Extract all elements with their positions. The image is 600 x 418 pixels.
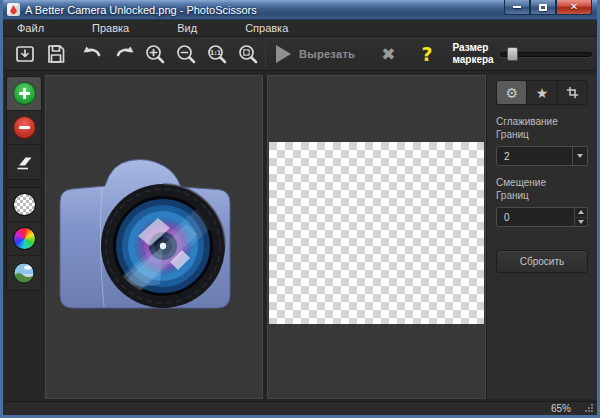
transparent-background-tool[interactable] [7,188,41,222]
zoom-fit-icon [236,42,260,66]
background-tool-group [6,187,42,291]
help-button[interactable]: ? [421,43,432,65]
toolbar: 1:1 Вырезать ✖ ? Размер маркера 60 [3,37,597,71]
offset-up-button[interactable] [575,208,587,218]
landscape-photo-icon [13,262,35,284]
panel-tabs: ⚙ ★ [496,80,588,105]
left-toolbox [3,75,45,399]
down-arrow-icon [578,220,584,224]
tab-settings[interactable]: ⚙ [497,81,527,104]
zoom-actual-size-icon: 1:1 [205,42,229,66]
smoothing-dropdown-button[interactable] [572,147,587,165]
zoom-actual-size-button[interactable]: 1:1 [201,40,232,68]
zoom-level: 65% [551,403,571,414]
zoom-out-button[interactable] [170,40,201,68]
image-background-tool[interactable] [7,256,41,290]
offset-label: Смещение Границ [496,177,566,202]
reset-button[interactable]: Сбросить [496,250,588,273]
zoom-in-button[interactable] [139,40,170,68]
cut-button[interactable]: Вырезать [270,40,365,68]
redo-button[interactable] [108,40,139,68]
dropdown-arrow-icon [577,154,583,158]
save-button[interactable] [40,40,71,68]
window-title: A Better Camera Unlocked.png - PhotoScis… [25,4,257,16]
titlebar[interactable]: A Better Camera Unlocked.png - PhotoScis… [0,0,600,20]
minimize-icon [513,6,521,8]
marker-tool-group [6,76,42,180]
menubar: Файл Правка Вид Справка [3,20,597,37]
offset-arrows [574,208,587,226]
star-icon: ★ [536,86,549,100]
camera-photo [58,158,232,323]
menu-help[interactable]: Справка [241,21,292,35]
tab-effects[interactable]: ★ [527,81,557,104]
color-background-tool[interactable] [7,222,41,256]
up-arrow-icon [578,210,584,214]
photoscissors-app-icon [7,3,20,16]
window-controls: ✕ [504,0,592,15]
source-canvas[interactable] [45,75,263,399]
clear-markers-button[interactable]: ✖ [381,44,395,64]
toolbar-separator [265,41,266,67]
add-marker-tool[interactable] [7,77,41,111]
reset-button-label: Сбросить [520,256,564,267]
app-window: A Better Camera Unlocked.png - PhotoScis… [0,0,600,418]
remove-marker-tool[interactable] [7,111,41,145]
menu-view[interactable]: Вид [173,21,201,35]
tab-crop[interactable] [558,81,587,104]
undo-button[interactable] [77,40,108,68]
save-icon [44,42,68,66]
run-icon [276,45,291,63]
marker-size-label: Размер маркера [452,42,493,65]
menu-file[interactable]: Файл [13,21,48,35]
close-button[interactable]: ✕ [556,0,592,15]
crop-icon [565,85,580,100]
smoothing-label: Сглаживание Границ [496,116,566,141]
marker-size-slider[interactable] [500,46,592,62]
smoothing-select[interactable]: 2 [496,146,588,166]
slider-handle[interactable] [507,47,518,61]
undo-icon [81,42,105,66]
main-content: ⚙ ★ Сглаживание Границ 2 [3,71,597,401]
redo-icon [112,42,136,66]
open-button[interactable] [9,40,40,68]
svg-text:1:1: 1:1 [209,49,221,57]
transparency-icon [14,194,35,215]
green-plus-icon [14,83,35,104]
red-minus-icon [14,117,35,138]
offset-value: 0 [497,208,574,226]
cut-button-label: Вырезать [299,48,355,60]
open-icon [13,42,37,66]
close-icon: ✕ [570,2,578,12]
settings-panel: ⚙ ★ Сглаживание Границ 2 [486,75,597,399]
menu-edit[interactable]: Правка [88,21,133,35]
result-canvas[interactable] [267,75,486,399]
color-wheel-icon [14,228,35,249]
eraser-icon [13,151,35,173]
maximize-icon [539,4,547,11]
statusbar: 65% [3,401,597,415]
resize-grip-icon[interactable] [583,402,594,413]
zoom-out-icon [174,42,198,66]
zoom-fit-button[interactable] [232,40,263,68]
eraser-tool[interactable] [7,145,41,179]
transparency-checkerboard [269,142,484,324]
help-icon: ? [421,43,432,65]
offset-spinbox[interactable]: 0 [496,207,588,227]
maximize-button[interactable] [530,0,556,15]
offset-down-button[interactable] [575,218,587,227]
zoom-in-icon [143,42,167,66]
gear-icon: ⚙ [505,86,518,100]
clear-icon: ✖ [381,44,395,64]
smoothing-value: 2 [497,147,572,165]
minimize-button[interactable] [504,0,530,15]
